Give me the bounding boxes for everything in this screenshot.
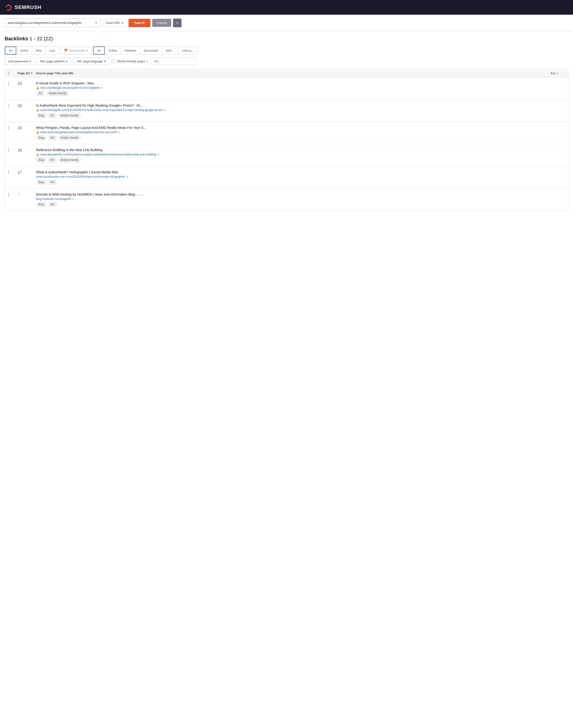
table-row: 19 Reference Building is the New Link Bu…: [5, 144, 568, 166]
source-title: What is AuthorRank? #Infographic | Socia…: [36, 170, 551, 174]
row-source: A Visual Guide to Rich Snippets - Moz 🔒 …: [36, 81, 551, 96]
tab-all-type[interactable]: All: [93, 47, 105, 55]
col-header-page-as: Page AS ⇅: [18, 71, 36, 75]
tab-nofollow[interactable]: Nofollow: [121, 47, 140, 55]
sort-icon[interactable]: ⇅: [31, 71, 33, 75]
chevron-down-icon: ▾: [66, 60, 68, 63]
source-url: 🔒 www.searchenginepeople.com/blog/the-re…: [36, 131, 551, 134]
info-icon: ℹ: [147, 60, 148, 63]
tag: Mobile friendly: [58, 113, 81, 118]
ref-page-language-dropdown[interactable]: Ref. page language ▾: [73, 57, 109, 65]
row-page-as: 7: [18, 192, 36, 197]
search-button[interactable]: Search: [128, 19, 150, 27]
row-checkbox-wrap: [8, 192, 18, 197]
tab-new-status[interactable]: New: [32, 47, 46, 55]
table-body: 53 A Visual Guide to Rich Snippets - Moz…: [5, 77, 568, 211]
external-link-icon: ↗: [101, 87, 103, 89]
tag: EN: [36, 91, 45, 96]
filter-row-2: Link placement ▾ Ref. page platform ▾ Re…: [5, 57, 568, 65]
logo-text: SEMRUSH: [15, 4, 42, 10]
tags: BlogEN: [36, 202, 551, 207]
row-checkbox-wrap: [8, 125, 18, 130]
row-source: Is AuthorRank Most Important for High Ra…: [36, 103, 551, 118]
row-checkbox[interactable]: [8, 82, 9, 86]
time-period-button[interactable]: 📅 Time period ▾: [60, 47, 91, 54]
source-url: 🔒 moz.com/blog/a-visual-guide-to-rich-sn…: [36, 86, 551, 89]
tag: Blog: [36, 135, 47, 140]
row-source: What Penguin, Panda, Page Layout And EMD…: [36, 125, 551, 140]
row-page-as: 53: [18, 81, 36, 86]
tag: Blog: [36, 202, 47, 207]
col-header-check: [8, 71, 18, 75]
select-all-checkbox[interactable]: [8, 71, 9, 75]
source-url-link[interactable]: www.searchenginepeople.com/blog/the-real…: [40, 131, 117, 134]
tag: Mobile friendly: [58, 135, 81, 140]
page-title: Backlinks 1 - 22 (22): [5, 36, 568, 42]
ref-page-platform-dropdown[interactable]: Ref. page platform ▾: [37, 57, 71, 65]
row-checkbox-wrap: [8, 103, 18, 107]
type-tab-group: All Follow Nofollow Sponsored UGC: [93, 46, 176, 55]
source-title: Is AuthorRank Most Important for High Ra…: [36, 103, 551, 107]
table-row: 7 Domain & Web Hosting by HostMDS | news…: [5, 189, 568, 211]
table-row: 20 Is AuthorRank Most Important for High…: [5, 100, 568, 122]
filter-row-1: All Active New Lost 📅 Time period ▾ All …: [5, 46, 568, 55]
tag: Mobile friendly: [58, 157, 81, 162]
ref-page-platform-label: Ref. page platform: [40, 60, 65, 63]
semrush-logo-icon: [5, 3, 13, 11]
tag: Blog: [36, 180, 47, 185]
backlinks-label: Backlinks: [5, 36, 28, 42]
row-checkbox[interactable]: [8, 193, 9, 197]
tab-sponsored[interactable]: Sponsored: [140, 47, 162, 55]
mobile-friendly-checkbox-label[interactable]: Mobile friendly pages ℹ: [112, 60, 148, 63]
tag: EN: [48, 202, 57, 207]
tab-all-status[interactable]: All: [5, 47, 16, 55]
source-url-link[interactable]: www.hivedigital.com/2012/03/07/is-author…: [40, 108, 163, 112]
plus-button[interactable]: +: [173, 18, 181, 27]
link-placement-dropdown[interactable]: Link placement ▾: [5, 57, 34, 65]
status-tab-group: All Active New Lost: [5, 46, 59, 55]
source-title: What Penguin, Panda, Page Layout And EMD…: [36, 125, 551, 129]
tab-follow[interactable]: Follow: [105, 47, 121, 55]
col-header-source: Source page Title and URL: [36, 71, 551, 75]
external-link-icon: ↗: [72, 198, 74, 201]
tag: Mobile friendly: [46, 91, 69, 96]
filter-input[interactable]: [151, 57, 196, 65]
source-url: www.socialmedia-max.com/2012/02/what-is-…: [36, 175, 551, 178]
source-url-link[interactable]: moz.com/blog/a-visual-guide-to-rich-snip…: [40, 86, 100, 89]
url-input-value: www.blueglass.com/blog/what-is-authorran…: [8, 21, 93, 24]
tags: BlogENMobile friendly: [36, 135, 551, 140]
tags: ENMobile friendly: [36, 91, 551, 96]
tab-active-status[interactable]: Active: [16, 47, 32, 55]
table-row: 53 A Visual Guide to Rich Snippets - Moz…: [5, 77, 568, 100]
row-checkbox[interactable]: [8, 126, 9, 130]
tag: EN: [48, 113, 57, 118]
source-url-link[interactable]: www.socialmedia-max.com/2012/02/what-is-…: [36, 175, 125, 178]
row-checkbox[interactable]: [8, 170, 9, 174]
tab-ugc[interactable]: UGC: [162, 47, 176, 55]
row-checkbox[interactable]: [8, 104, 9, 108]
tag: EN: [48, 135, 57, 140]
logo: SEMRUSH: [5, 3, 42, 11]
source-title: A Visual Guide to Rich Snippets - Moz: [36, 81, 551, 85]
row-page-as: 17: [18, 170, 36, 175]
projects-button[interactable]: Projects: [152, 19, 171, 27]
source-url-link[interactable]: www.aleydasolis.com/en/search-engine-opt…: [40, 153, 157, 156]
link-placement-label: Link placement: [8, 60, 28, 63]
clear-icon[interactable]: ✕: [95, 20, 98, 25]
table-header: Page AS ⇅ Source page Title and URL Ext.…: [5, 69, 568, 77]
links-partial-button[interactable]: Links p...: [178, 47, 198, 54]
exact-url-button[interactable]: Exact URL ▾: [103, 19, 127, 27]
source-title: Reference Building is the New Link Build…: [36, 148, 551, 152]
mobile-friendly-checkbox[interactable]: [112, 60, 115, 63]
tags: BlogENMobile friendly: [36, 157, 551, 162]
row-checkbox[interactable]: [8, 148, 9, 152]
source-url-link[interactable]: blog.hostmds.com/page/8/: [36, 197, 71, 201]
ref-page-language-label: Ref. page language: [77, 60, 103, 63]
row-source: Reference Building is the New Link Build…: [36, 148, 551, 162]
tab-lost-status[interactable]: Lost: [46, 47, 59, 55]
chevron-down-icon: ▾: [29, 60, 31, 63]
row-source: Domain & Web Hosting by HostMDS | news a…: [36, 192, 551, 207]
url-input-wrap[interactable]: www.blueglass.com/blog/what-is-authorran…: [5, 18, 101, 27]
external-link-icon: ↗: [164, 109, 166, 112]
row-checkbox-wrap: [8, 170, 18, 174]
